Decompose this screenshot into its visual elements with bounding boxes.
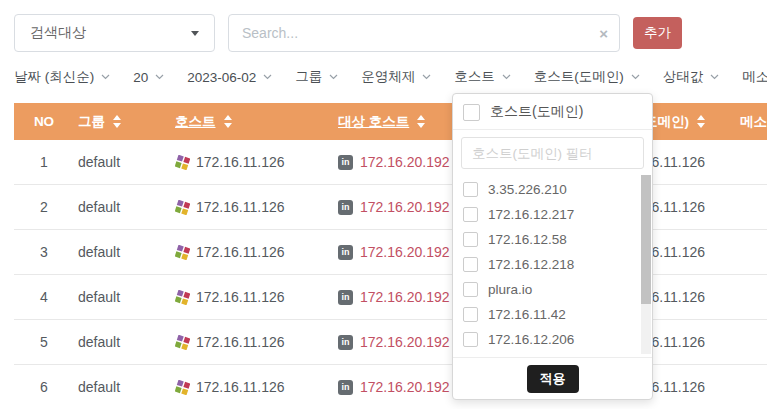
linkedin-icon: in: [338, 290, 353, 305]
select-all-checkbox[interactable]: [463, 104, 480, 121]
domain-filter-input[interactable]: [461, 137, 644, 169]
option-checkbox[interactable]: [463, 282, 478, 297]
cell-host: 172.16.11.126: [170, 199, 333, 215]
option-label: plura.io: [488, 282, 532, 297]
sort-icon[interactable]: [697, 115, 705, 128]
apply-button[interactable]: 적용: [527, 365, 579, 393]
header-host[interactable]: 호스트: [170, 113, 333, 131]
table-row[interactable]: 3 default 172.16.11.126 in 172.16.20.192…: [14, 230, 767, 275]
clear-search-icon[interactable]: ×: [599, 26, 608, 41]
domain-option[interactable]: 3.35.226.210: [453, 177, 652, 202]
target-host-ip[interactable]: 172.16.20.192: [360, 289, 450, 305]
search-box: ×: [228, 14, 620, 52]
cell-host: 172.16.11.126: [170, 379, 333, 395]
sort-icon[interactable]: [224, 115, 232, 128]
option-checkbox[interactable]: [463, 332, 478, 347]
filter-label: 2023-06-02: [187, 70, 256, 85]
header-method[interactable]: 메소드: [705, 113, 767, 131]
target-host-ip[interactable]: 172.16.20.192: [360, 154, 450, 170]
header-no: NO: [14, 114, 74, 129]
panel-title: 호스트(도메인): [490, 103, 583, 121]
filter-dropdown[interactable]: 메소드: [742, 68, 767, 86]
option-label: 172.16.12.217: [488, 207, 574, 222]
domain-option[interactable]: 172.16.12.58: [453, 227, 652, 252]
cell-group: default: [74, 379, 170, 395]
host-ip: 172.16.11.126: [196, 334, 285, 350]
cell-group: default: [74, 244, 170, 260]
target-host-ip[interactable]: 172.16.20.192: [360, 379, 450, 395]
caret-down-icon: [191, 31, 199, 36]
topbar: 검색대상 × 추가: [14, 14, 682, 52]
method-value: POST: [740, 199, 767, 215]
chevron-down-icon: [155, 74, 164, 80]
method-value: POST: [740, 244, 767, 260]
cell-host: 172.16.11.126: [170, 244, 333, 260]
filter-dropdown[interactable]: 호스트(도메인): [534, 68, 640, 86]
filter-dropdown[interactable]: 상태값: [663, 68, 720, 86]
option-label: 172.16.12.206: [488, 332, 574, 347]
table-row[interactable]: 5 default 172.16.11.126 in 172.16.20.192…: [14, 320, 767, 365]
add-button[interactable]: 추가: [633, 17, 682, 49]
chevron-down-icon: [329, 74, 338, 80]
option-checkbox[interactable]: [463, 207, 478, 222]
scrollbar-thumb[interactable]: [641, 175, 651, 304]
cell-no: 4: [14, 275, 74, 320]
option-checkbox[interactable]: [463, 307, 478, 322]
cell-group: default: [74, 334, 170, 350]
filter-label: 운영체제: [361, 68, 415, 86]
target-host-ip[interactable]: 172.16.20.192: [360, 244, 450, 260]
filter-dropdown[interactable]: 날짜 (최신순): [14, 68, 110, 86]
domain-option[interactable]: plura.io: [453, 277, 652, 302]
cell-method: GET: [705, 379, 767, 395]
os-pinwheel-icon: [175, 335, 190, 350]
host-ip: 172.16.11.126: [196, 379, 285, 395]
cell-host: 172.16.11.126: [170, 334, 333, 350]
host-ip: 172.16.11.126: [196, 154, 285, 170]
os-pinwheel-icon: [175, 290, 190, 305]
search-input[interactable]: [229, 15, 619, 51]
option-checkbox[interactable]: [463, 232, 478, 247]
chevron-down-icon: [710, 74, 719, 80]
sort-icon[interactable]: [417, 115, 425, 128]
cell-method: POST: [705, 199, 767, 215]
cell-method: GET: [705, 154, 767, 170]
host-domain-filter-panel: 호스트(도메인) 3.35.226.210172.16.12.217172.16…: [452, 93, 653, 400]
domain-option[interactable]: 172.16.12.218: [453, 252, 652, 277]
table-row[interactable]: 1 default 172.16.11.126 in 172.16.20.192…: [14, 140, 767, 185]
domain-option[interactable]: 172.16.12.217: [453, 202, 652, 227]
target-host-ip[interactable]: 172.16.20.192: [360, 334, 450, 350]
filter-dropdown[interactable]: 호스트: [454, 68, 511, 86]
target-host-ip[interactable]: 172.16.20.192: [360, 199, 450, 215]
method-value: GET: [740, 334, 767, 350]
search-target-select[interactable]: 검색대상: [14, 14, 215, 52]
option-checkbox[interactable]: [463, 257, 478, 272]
table-row[interactable]: 4 default 172.16.11.126 in 172.16.20.192…: [14, 275, 767, 320]
cell-group: default: [74, 154, 170, 170]
cell-method: POST: [705, 244, 767, 260]
cell-group: default: [74, 289, 170, 305]
host-ip: 172.16.11.126: [196, 289, 285, 305]
table-header: NO 그룹 호스트 대상 호스트 호스트(도메인) 메소드: [14, 103, 767, 140]
domain-option[interactable]: 172.16.12.75: [453, 352, 652, 357]
cell-no: 5: [14, 320, 74, 365]
filter-dropdown[interactable]: 그룹: [295, 68, 338, 86]
method-value: GET: [740, 154, 767, 170]
os-pinwheel-icon: [175, 380, 190, 395]
option-checkbox[interactable]: [463, 182, 478, 197]
cell-no: 1: [14, 140, 74, 185]
cell-method: POST: [705, 289, 767, 305]
domain-option[interactable]: 172.16.11.42: [453, 302, 652, 327]
filter-dropdown[interactable]: 2023-06-02: [187, 70, 272, 85]
filter-dropdown[interactable]: 운영체제: [361, 68, 431, 86]
sort-icon[interactable]: [113, 115, 121, 128]
option-label: 3.35.226.210: [488, 182, 567, 197]
scrollbar-track[interactable]: [641, 175, 651, 354]
filter-label: 호스트(도메인): [534, 68, 624, 86]
table-row[interactable]: 6 default 172.16.11.126 in 172.16.20.192…: [14, 365, 767, 409]
table-row[interactable]: 2 default 172.16.11.126 in 172.16.20.192…: [14, 185, 767, 230]
filter-label: 그룹: [295, 68, 322, 86]
filter-dropdown[interactable]: 20: [133, 70, 164, 85]
header-group[interactable]: 그룹: [74, 113, 170, 131]
domain-option[interactable]: 172.16.12.206: [453, 327, 652, 352]
cell-method: GET: [705, 334, 767, 350]
